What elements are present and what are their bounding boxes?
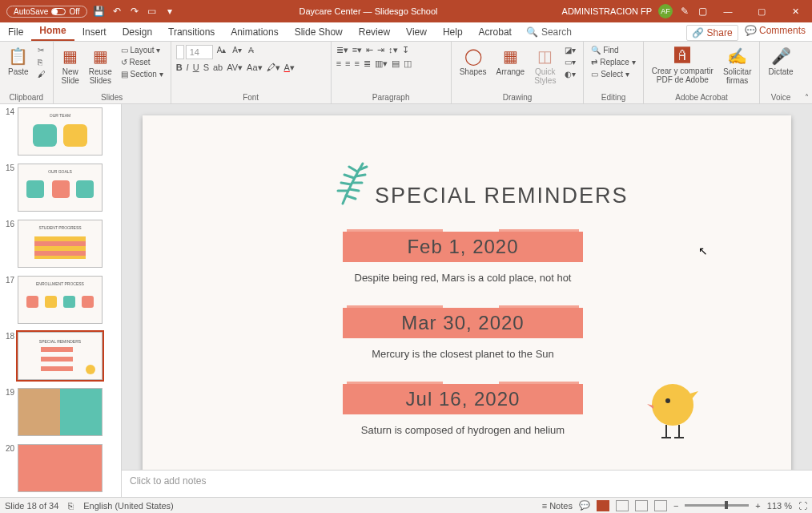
maximize-button[interactable]: ▢ bbox=[748, 0, 775, 22]
tab-slideshow[interactable]: Slide Show bbox=[287, 23, 351, 41]
thumb-16[interactable]: 16STUDENT PROGRESS bbox=[0, 220, 121, 268]
tab-transitions[interactable]: Transitions bbox=[160, 23, 223, 41]
slide-canvas[interactable]: SPECIAL REMINDERS Feb 1, 2020 Despite be… bbox=[122, 104, 812, 470]
user-avatar[interactable]: AF bbox=[658, 4, 673, 18]
case-icon[interactable]: Aa▾ bbox=[247, 63, 262, 73]
zoom-slider[interactable] bbox=[685, 504, 749, 507]
cut-icon[interactable]: ✂ bbox=[35, 45, 48, 55]
minimize-button[interactable]: — bbox=[714, 0, 742, 22]
accessibility-icon[interactable]: ⎘ bbox=[68, 501, 74, 511]
spacing-icon[interactable]: AV▾ bbox=[227, 63, 243, 73]
indent-dec-icon[interactable]: ⇤ bbox=[366, 45, 373, 55]
numbering-icon[interactable]: ≡▾ bbox=[352, 45, 362, 55]
normal-view-icon[interactable] bbox=[597, 500, 609, 511]
tab-animations[interactable]: Animations bbox=[223, 23, 286, 41]
font-size-combo[interactable]: 14 bbox=[186, 45, 213, 59]
justify-icon[interactable]: ≣ bbox=[364, 59, 371, 69]
reminder-date-1[interactable]: Feb 1, 2020 bbox=[343, 232, 583, 262]
thumb-19[interactable]: 19 bbox=[0, 388, 121, 436]
reading-view-icon[interactable] bbox=[635, 500, 648, 511]
shape-effects-icon[interactable]: ◐▾ bbox=[562, 69, 578, 79]
tab-insert[interactable]: Insert bbox=[74, 23, 115, 41]
redo-icon[interactable]: ↷ bbox=[129, 6, 140, 17]
layout-button[interactable]: ▭ Layout ▾ bbox=[119, 45, 166, 55]
reminder-desc-1[interactable]: Despite being red, Mars is a cold place,… bbox=[263, 272, 663, 284]
bold-icon[interactable]: B bbox=[176, 63, 183, 73]
replace-button[interactable]: ⇄ Replace ▾ bbox=[589, 57, 637, 67]
dictate-button[interactable]: 🎤Dictate bbox=[765, 45, 796, 78]
reuse-slides-button[interactable]: ▦Reuse Slides bbox=[86, 45, 115, 87]
tab-acrobat[interactable]: Acrobat bbox=[471, 23, 520, 41]
text-direction-icon[interactable]: ↧ bbox=[402, 45, 409, 55]
slide-title[interactable]: SPECIAL REMINDERS bbox=[375, 184, 629, 208]
shapes-button[interactable]: ◯Shapes bbox=[456, 45, 490, 78]
new-slide-button[interactable]: ▦New Slide bbox=[58, 45, 82, 87]
shape-fill-icon[interactable]: ◪▾ bbox=[562, 45, 578, 55]
ribbon-options-icon[interactable]: ▢ bbox=[697, 6, 708, 17]
reset-button[interactable]: ↺ Reset bbox=[119, 57, 166, 67]
start-from-beginning-icon[interactable]: ▭ bbox=[147, 6, 158, 17]
tab-home[interactable]: Home bbox=[31, 22, 74, 41]
arrange-button[interactable]: ▦Arrange bbox=[493, 45, 529, 78]
slide-thumbnail-pane[interactable]: 14OUR TEAM 15OUR GOALS 16STUDENT PROGRES… bbox=[0, 104, 122, 497]
zoom-level[interactable]: 113 % bbox=[767, 501, 792, 511]
paste-button[interactable]: 📋Paste bbox=[5, 45, 32, 78]
thumb-20[interactable]: 20 bbox=[0, 444, 121, 492]
format-painter-icon[interactable]: 🖌 bbox=[35, 69, 48, 79]
sorter-view-icon[interactable] bbox=[616, 500, 629, 511]
indent-inc-icon[interactable]: ⇥ bbox=[377, 45, 384, 55]
adobe-sign-button[interactable]: ✍Solicitar firmas bbox=[720, 45, 755, 87]
thumb-15[interactable]: 15OUR GOALS bbox=[0, 164, 121, 212]
notes-toggle[interactable]: ≡ Notes bbox=[542, 501, 573, 511]
fit-to-window-icon[interactable]: ⛶ bbox=[798, 501, 807, 511]
save-icon[interactable]: 💾 bbox=[94, 6, 105, 17]
coming-soon-icon[interactable]: ✎ bbox=[679, 6, 690, 17]
shadow-icon[interactable]: ab bbox=[213, 63, 223, 73]
highlight-icon[interactable]: 🖍▾ bbox=[267, 63, 280, 73]
close-button[interactable]: ✕ bbox=[782, 0, 809, 22]
adobe-share-pdf-button[interactable]: 🅰Crear y compartir PDF de Adobe bbox=[649, 45, 717, 86]
comments-button[interactable]: 💬 Comments bbox=[745, 25, 806, 41]
tab-file[interactable]: File bbox=[0, 23, 31, 41]
reminder-desc-2[interactable]: Mercury is the closest planet to the Sun bbox=[263, 348, 663, 360]
slideshow-view-icon[interactable] bbox=[654, 500, 667, 511]
select-button[interactable]: ▭ Select ▾ bbox=[589, 69, 637, 79]
tab-review[interactable]: Review bbox=[351, 23, 398, 41]
tell-me-search[interactable]: 🔍 Search bbox=[520, 23, 578, 41]
comments-toggle-icon[interactable]: 💬 bbox=[579, 500, 590, 511]
status-language[interactable]: English (United States) bbox=[83, 501, 174, 511]
reminder-desc-3[interactable]: Saturn is composed of hydrogen and heliu… bbox=[263, 424, 663, 436]
columns-icon[interactable]: ▥▾ bbox=[375, 59, 388, 69]
slide[interactable]: SPECIAL REMINDERS Feb 1, 2020 Despite be… bbox=[143, 115, 791, 470]
reminder-date-3[interactable]: Jul 16, 2020 bbox=[343, 384, 583, 414]
thumb-14[interactable]: 14OUR TEAM bbox=[0, 107, 121, 156]
font-name-combo[interactable] bbox=[176, 45, 184, 59]
bullets-icon[interactable]: ≣▾ bbox=[336, 45, 348, 55]
align-right-icon[interactable]: ≡ bbox=[355, 59, 360, 69]
decrease-font-icon[interactable]: A▾ bbox=[230, 45, 244, 59]
undo-icon[interactable]: ↶ bbox=[111, 6, 123, 17]
copy-icon[interactable]: ⎘ bbox=[35, 57, 48, 67]
reminder-date-2[interactable]: Mar 30, 2020 bbox=[343, 308, 583, 338]
tab-help[interactable]: Help bbox=[435, 23, 471, 41]
share-button[interactable]: 🔗 Share bbox=[686, 25, 738, 41]
italic-icon[interactable]: I bbox=[187, 63, 189, 73]
zoom-out-icon[interactable]: − bbox=[673, 501, 678, 511]
align-text-icon[interactable]: ▤ bbox=[392, 59, 400, 69]
autosave-toggle[interactable]: AutoSave Off bbox=[6, 6, 87, 18]
thumb-17[interactable]: 17ENROLLMENT PROCESS bbox=[0, 276, 121, 324]
smartart-icon[interactable]: ◫ bbox=[404, 59, 412, 69]
line-spacing-icon[interactable]: ↕▾ bbox=[388, 45, 398, 55]
align-left-icon[interactable]: ≡ bbox=[336, 59, 341, 69]
collapse-ribbon-icon[interactable]: ˄ bbox=[805, 93, 809, 102]
align-center-icon[interactable]: ≡ bbox=[345, 59, 350, 69]
tab-design[interactable]: Design bbox=[115, 23, 160, 41]
notes-pane[interactable]: Click to add notes bbox=[122, 470, 812, 497]
underline-icon[interactable]: U bbox=[193, 63, 199, 73]
section-button[interactable]: ▤ Section ▾ bbox=[119, 69, 166, 79]
qat-more-icon[interactable]: ▾ bbox=[164, 6, 175, 17]
strike-icon[interactable]: S bbox=[203, 63, 209, 73]
tab-view[interactable]: View bbox=[398, 23, 435, 41]
shape-outline-icon[interactable]: ▭▾ bbox=[562, 57, 578, 67]
clear-format-icon[interactable]: A̶ bbox=[246, 45, 256, 59]
